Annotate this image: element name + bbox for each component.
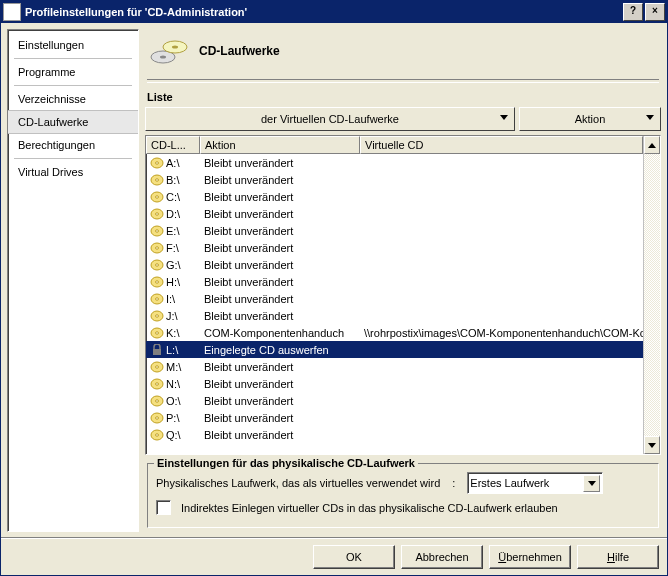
cell-virtual-cd [360,298,643,300]
table-row[interactable]: N:\Bleibt unverändert [146,375,643,392]
cell-drive: B:\ [146,173,200,187]
cell-virtual-cd [360,213,643,215]
table-row[interactable]: P:\Bleibt unverändert [146,409,643,426]
help-button[interactable]: ? [623,3,643,21]
cd-drives-icon [149,35,189,67]
cell-action: Bleibt unverändert [200,394,360,408]
action-dropdown[interactable]: Aktion [519,107,661,131]
table-row[interactable]: E:\Bleibt unverändert [146,222,643,239]
sidebar-item-virtual-drives[interactable]: Virtual Drives [8,161,138,183]
table-row[interactable]: I:\Bleibt unverändert [146,290,643,307]
column-virtual-cd[interactable]: Virtuelle CD [360,136,643,154]
vertical-scrollbar[interactable] [643,136,660,454]
drives-table: CD-L... Aktion Virtuelle CD A:\Bleibt un… [145,135,661,455]
action-label: Aktion [575,113,606,125]
cell-drive: N:\ [146,377,200,391]
cell-drive: J:\ [146,309,200,323]
svg-point-28 [156,365,159,367]
dialog-buttons: OK Abbrechen Übernehmen Hilfe [1,538,667,575]
cd-icon [150,276,164,288]
list-label: Liste [145,89,661,107]
cell-virtual-cd [360,179,643,181]
lock-icon [150,344,164,356]
table-row[interactable]: A:\Bleibt unverändert [146,154,643,171]
fieldset-legend: Einstellungen für das physikalische CD-L… [154,457,418,469]
table-row[interactable]: B:\Bleibt unverändert [146,171,643,188]
indirect-insert-label: Indirektes Einlegen virtueller CDs in da… [181,502,558,514]
table-row[interactable]: O:\Bleibt unverändert [146,392,643,409]
svg-point-34 [156,416,159,418]
cd-icon [150,378,164,390]
cancel-button[interactable]: Abbrechen [401,545,483,569]
sidebar-item-einstellungen[interactable]: Einstellungen [8,34,138,56]
cell-virtual-cd [360,264,643,266]
chevron-down-icon [648,443,656,448]
svg-point-13 [156,229,159,231]
cell-drive: G:\ [146,258,200,272]
table-row[interactable]: H:\Bleibt unverändert [146,273,643,290]
cd-icon [150,191,164,203]
cell-action: Eingelegte CD auswerfen [200,343,360,357]
column-drive[interactable]: CD-L... [146,136,200,154]
table-row[interactable]: M:\Bleibt unverändert [146,358,643,375]
cell-virtual-cd [360,247,643,249]
table-row[interactable]: K:\COM-Komponentenhanduch\\rohrpostix\im… [146,324,643,341]
svg-point-32 [156,399,159,401]
cd-icon [150,429,164,441]
scroll-up-button[interactable] [644,136,660,154]
svg-point-3 [172,46,178,49]
app-icon [3,3,21,21]
cell-virtual-cd [360,196,643,198]
physical-drive-select[interactable]: Erstes Laufwerk [467,472,603,494]
cell-drive: O:\ [146,394,200,408]
physical-drive-settings: Einstellungen für das physikalische CD-L… [147,463,659,528]
cell-action: Bleibt unverändert [200,377,360,391]
cell-virtual-cd [360,315,643,317]
table-row[interactable]: J:\Bleibt unverändert [146,307,643,324]
colon: : [446,477,461,489]
cell-action: COM-Komponentenhanduch [200,326,360,340]
cell-action: Bleibt unverändert [200,428,360,442]
cell-action: Bleibt unverändert [200,411,360,425]
cell-action: Bleibt unverändert [200,360,360,374]
cd-icon [150,242,164,254]
scroll-track[interactable] [644,154,660,436]
table-row[interactable]: Q:\Bleibt unverändert [146,426,643,443]
cell-action: Bleibt unverändert [200,241,360,255]
close-button[interactable]: × [645,3,665,21]
cell-drive: F:\ [146,241,200,255]
table-row[interactable]: G:\Bleibt unverändert [146,256,643,273]
table-row[interactable]: D:\Bleibt unverändert [146,205,643,222]
drives-filter-label: der Virtuellen CD-Laufwerke [261,113,399,125]
cd-icon [150,293,164,305]
cell-virtual-cd [360,230,643,232]
cd-icon [150,395,164,407]
table-row[interactable]: F:\Bleibt unverändert [146,239,643,256]
sidebar-item-berechtigungen[interactable]: Berechtigungen [8,134,138,156]
cell-action: Bleibt unverändert [200,258,360,272]
cell-drive: C:\ [146,190,200,204]
sidebar-item-verzeichnisse[interactable]: Verzeichnisse [8,88,138,110]
cell-virtual-cd [360,281,643,283]
indirect-insert-checkbox[interactable] [156,500,171,515]
sidebar-item-programme[interactable]: Programme [8,61,138,83]
apply-button[interactable]: Übernehmen [489,545,571,569]
divider [14,58,132,59]
help-button[interactable]: Hilfe [577,545,659,569]
ok-button[interactable]: OK [313,545,395,569]
cell-drive: L:\ [146,343,200,357]
cell-action: Bleibt unverändert [200,190,360,204]
column-action[interactable]: Aktion [200,136,360,154]
drives-filter-dropdown[interactable]: der Virtuellen CD-Laufwerke [145,107,515,131]
sidebar-item-cd-laufwerke[interactable]: CD-Laufwerke [8,110,138,134]
table-row[interactable]: L:\Eingelegte CD auswerfen [146,341,643,358]
chevron-down-icon [500,115,508,120]
cell-action: Bleibt unverändert [200,292,360,306]
cell-virtual-cd [360,162,643,164]
table-row[interactable]: C:\Bleibt unverändert [146,188,643,205]
svg-point-11 [156,212,159,214]
divider [14,158,132,159]
cd-icon [150,208,164,220]
physical-drive-value: Erstes Laufwerk [470,477,549,489]
scroll-down-button[interactable] [644,436,660,454]
